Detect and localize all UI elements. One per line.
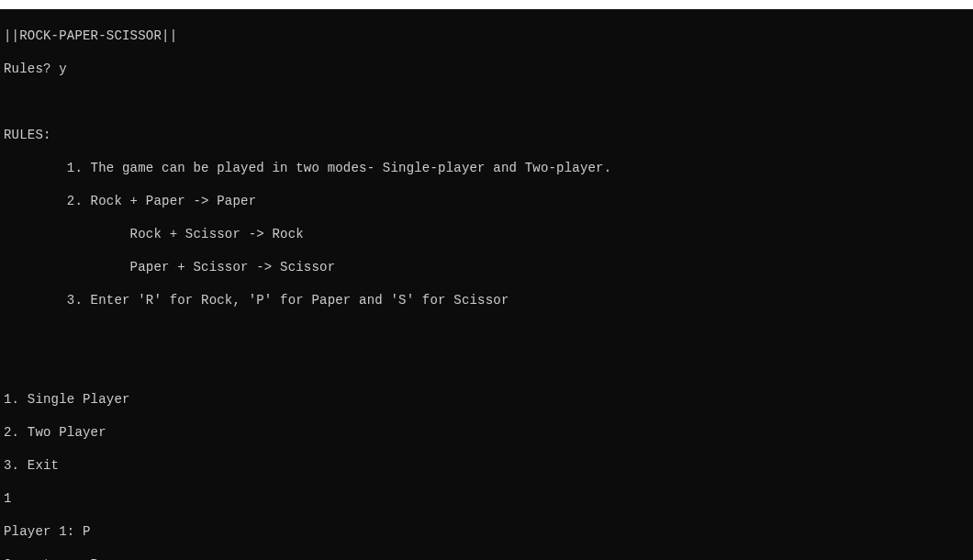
- menu-option-1: 1. Single Player: [4, 391, 969, 408]
- rule-3: 3. Enter 'R' for Rock, 'P' for Paper and…: [4, 292, 969, 308]
- window-title-bar: [0, 0, 973, 9]
- rules-heading: RULES:: [4, 127, 969, 143]
- menu-option-2: 2. Two Player: [4, 424, 969, 441]
- rules-prompt: Rules? y: [4, 61, 969, 77]
- rule-2a: Rock + Scissor -> Rock: [4, 226, 969, 242]
- blank-line: [4, 358, 969, 375]
- user-input-choice: 1: [4, 490, 969, 507]
- blank-line: [4, 325, 969, 342]
- rule-2b: Paper + Scissor -> Scissor: [4, 259, 969, 275]
- player1-move: Player 1: P: [4, 523, 969, 540]
- menu-option-3: 3. Exit: [4, 457, 969, 474]
- computer-move: Computer : P: [4, 556, 969, 560]
- rule-2: 2. Rock + Paper -> Paper: [4, 193, 969, 209]
- blank-line: [4, 94, 969, 110]
- game-title: ||ROCK-PAPER-SCISSOR||: [4, 28, 969, 44]
- terminal-output[interactable]: ||ROCK-PAPER-SCISSOR|| Rules? y RULES: 1…: [0, 9, 973, 560]
- rule-1: 1. The game can be played in two modes- …: [4, 160, 969, 176]
